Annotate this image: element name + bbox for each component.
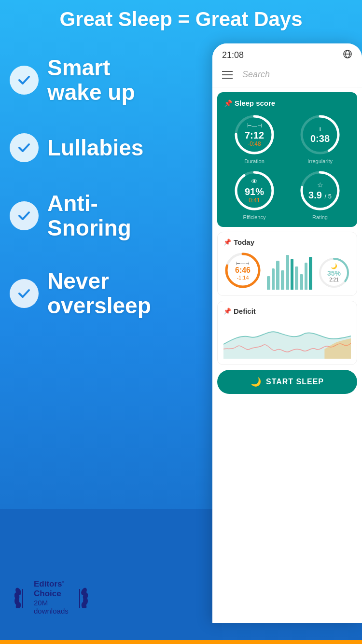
- today-duration-value: 6:46: [235, 266, 251, 275]
- dark-blue-section: [0, 509, 222, 644]
- efficiency-ring: 👁 91% 0:41: [233, 169, 276, 212]
- rating-label: Rating: [312, 214, 328, 220]
- search-bar[interactable]: Search: [212, 65, 362, 87]
- duration-value: 7:12: [245, 130, 264, 140]
- check-never-oversleep: [10, 279, 39, 308]
- deficit-title: 📌 Deficit: [223, 307, 351, 315]
- irregularity-value: 0:38: [310, 133, 330, 144]
- score-grid: ⊢—⊣ 7:12 -0:48 Duration ⦀ 0:38: [224, 113, 350, 220]
- feature-label-smart-wake-up: Smartwake up: [47, 56, 135, 104]
- score-rating: ☆ 3.9 / 5 Rating: [290, 169, 350, 220]
- pin-icon: 📌: [224, 99, 232, 107]
- today-card: 📌 Today ⊢—⊣ 6:46 -1:14: [217, 232, 357, 296]
- editors-choice-title: Editors'Choice: [34, 579, 69, 599]
- moon-icon: 🌙: [251, 377, 261, 387]
- bar-8: [300, 274, 303, 290]
- today-duration-circle: ⊢—⊣ 6:46 -1:14: [223, 251, 262, 290]
- feature-anti-snoring: Anti-Snoring: [0, 184, 203, 247]
- features-list: Smartwake up Lullabies Anti-Snoring Neve…: [0, 39, 203, 330]
- deficit-chart: [223, 320, 351, 359]
- duration-ring: ⊢—⊣ 7:12 -0:48: [233, 113, 276, 156]
- efficiency-label: Efficiency: [243, 214, 266, 220]
- duration-delta: -0:48: [245, 140, 264, 147]
- start-sleep-button[interactable]: 🌙 START SLEEP: [217, 370, 357, 394]
- irregularity-label: Irregularity: [307, 158, 333, 164]
- today-sleep-sub: 2:21: [327, 277, 341, 282]
- status-bar: 21:08: [212, 43, 362, 65]
- header: Great Sleep = Great Days: [0, 0, 362, 39]
- sleep-score-title: 📌 Sleep score: [224, 99, 350, 107]
- today-sleep-value: 35%: [327, 269, 341, 277]
- feature-label-lullabies: Lullabies: [47, 136, 143, 160]
- bar-5: [286, 255, 289, 290]
- feature-lullabies: Lullabies: [0, 126, 203, 169]
- sleep-score-card: 📌 Sleep score ⊢—⊣ 7:12 -0:48: [217, 92, 357, 227]
- today-duration-delta: -1:14: [235, 275, 251, 280]
- irregularity-ring: ⦀ 0:38: [298, 113, 342, 156]
- bar-chart: [267, 251, 312, 290]
- feature-label-never-oversleep: Neveroversleep: [47, 269, 151, 318]
- check-lullabies: [10, 133, 39, 162]
- efficiency-delta: 0:41: [245, 197, 264, 204]
- efficiency-value: 91%: [245, 186, 264, 197]
- score-efficiency: 👁 91% 0:41 Efficiency: [224, 169, 285, 220]
- bar-1: [267, 276, 270, 290]
- hamburger-icon[interactable]: [222, 71, 233, 79]
- bar-9: [305, 263, 308, 290]
- bar-3: [276, 261, 279, 290]
- feature-never-oversleep: Neveroversleep: [0, 262, 203, 325]
- bar-10: [309, 257, 312, 290]
- feature-smart-wake-up: Smartwake up: [0, 48, 203, 112]
- today-title: Today: [234, 238, 254, 246]
- today-header: 📌 Today: [223, 238, 351, 246]
- bar-6: [291, 259, 294, 290]
- check-smart-wake-up: [10, 66, 39, 95]
- duration-label: Duration: [244, 158, 265, 164]
- score-duration: ⊢—⊣ 7:12 -0:48 Duration: [224, 113, 285, 164]
- today-sleep-circle: 🌙 35% 2:21: [317, 256, 351, 290]
- phone-mockup: 21:08 Search 📌 Sleep score: [212, 43, 362, 623]
- editors-choice-badge: Editors'Choice 20Mdownloads: [14, 579, 88, 615]
- deficit-card: 📌 Deficit: [217, 301, 357, 365]
- search-input[interactable]: Search: [242, 70, 270, 80]
- bar-7: [295, 266, 298, 290]
- check-anti-snoring: [10, 201, 39, 230]
- score-irregularity: ⦀ 0:38 Irregularity: [290, 113, 350, 164]
- feature-label-anti-snoring: Anti-Snoring: [47, 191, 131, 240]
- orange-bar: [0, 640, 362, 644]
- editors-choice-downloads: 20Mdownloads: [34, 599, 69, 615]
- bar-4: [281, 270, 284, 290]
- bar-2: [272, 268, 275, 290]
- start-sleep-label: START SLEEP: [266, 378, 324, 386]
- header-title: Great Sleep = Great Days: [59, 8, 302, 31]
- today-pin-icon: 📌: [223, 238, 231, 246]
- today-content: ⊢—⊣ 6:46 -1:14: [223, 251, 351, 290]
- deficit-pin-icon: 📌: [223, 308, 231, 315]
- rating-value: 3.9 / 5: [308, 190, 332, 200]
- rating-ring: ☆ 3.9 / 5: [298, 169, 342, 212]
- status-time: 21:08: [222, 50, 244, 60]
- status-icons: [343, 49, 352, 61]
